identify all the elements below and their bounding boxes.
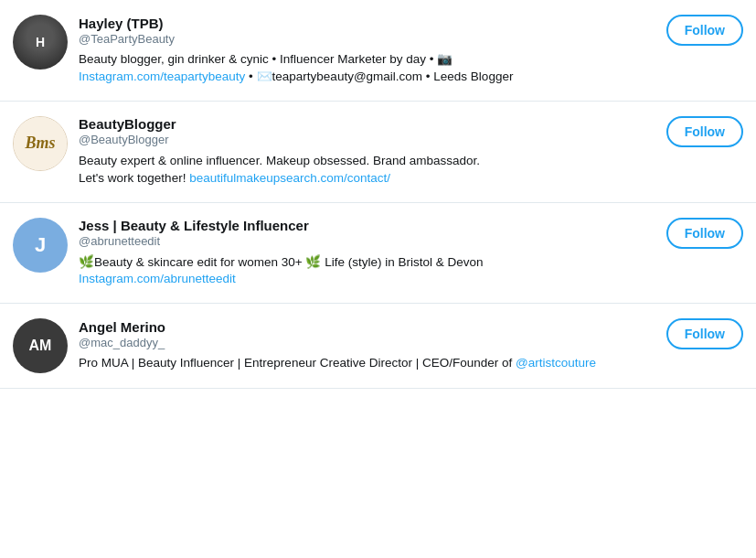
user-info: Hayley (TPB)@TeaPartyBeauty [79,16,655,46]
follow-button[interactable]: Follow [666,318,743,349]
user-info: BeautyBlogger@BeautyBlogger [79,116,655,146]
card-header: Angel Merino@mac_daddyy_Follow [79,318,743,349]
screen-name: @TeaPartyBeauty [79,32,655,46]
display-name: Angel Merino [79,319,655,335]
screen-name: @mac_daddyy_ [79,336,655,349]
avatar-initials: H [13,15,68,70]
avatar: Bms [13,116,68,171]
avatar-initials: AM [13,318,68,373]
bio-link[interactable]: beautifulmakeupsearch.com/contact/ [189,171,390,185]
bio: Pro MUA | Beauty Influencer | Entreprene… [79,355,743,372]
user-card: HHayley (TPB)@TeaPartyBeautyFollowBeauty… [0,0,756,102]
card-body: Jess | Beauty & Lifestyle Influencer@abr… [79,218,743,289]
user-info: Jess | Beauty & Lifestyle Influencer@abr… [79,218,655,248]
user-info: Angel Merino@mac_daddyy_ [79,319,655,349]
card-body: Hayley (TPB)@TeaPartyBeautyFollowBeauty … [79,15,743,86]
avatar: AM [13,318,68,373]
bio-link[interactable]: @artistcouture [516,356,596,370]
display-name: Jess | Beauty & Lifestyle Influencer [79,218,655,233]
user-card: AMAngel Merino@mac_daddyy_FollowPro MUA … [0,304,756,389]
follow-button[interactable]: Follow [666,15,743,46]
bio: 🌿Beauty & skincare edit for women 30+ 🌿 … [79,254,743,289]
card-header: BeautyBlogger@BeautyBloggerFollow [79,116,743,147]
avatar: H [13,15,68,70]
card-body: BeautyBlogger@BeautyBloggerFollowBeauty … [79,116,743,188]
card-header: Hayley (TPB)@TeaPartyBeautyFollow [79,15,743,46]
follow-button[interactable]: Follow [666,116,743,147]
avatar: J [13,218,68,273]
screen-name: @abrunetteedit [79,234,655,248]
bio-link[interactable]: Instagram.com/teapartybeauty [79,70,245,83]
card-header: Jess | Beauty & Lifestyle Influencer@abr… [79,218,743,249]
bio-link[interactable]: Instagram.com/abrunetteedit [79,272,236,285]
display-name: Hayley (TPB) [79,16,655,31]
user-card: JJess | Beauty & Lifestyle Influencer@ab… [0,203,756,305]
avatar-initials: Bms [14,117,67,170]
card-body: Angel Merino@mac_daddyy_FollowPro MUA | … [79,318,743,372]
bio: Beauty blogger, gin drinker & cynic • In… [79,51,743,86]
user-card: BmsBeautyBlogger@BeautyBloggerFollowBeau… [0,102,756,203]
screen-name: @BeautyBlogger [79,133,655,146]
avatar-initials: J [13,218,68,273]
user-list: HHayley (TPB)@TeaPartyBeautyFollowBeauty… [0,0,756,389]
follow-button[interactable]: Follow [666,218,743,249]
display-name: BeautyBlogger [79,116,655,132]
bio: Beauty expert & online influencer. Makeu… [79,153,743,188]
